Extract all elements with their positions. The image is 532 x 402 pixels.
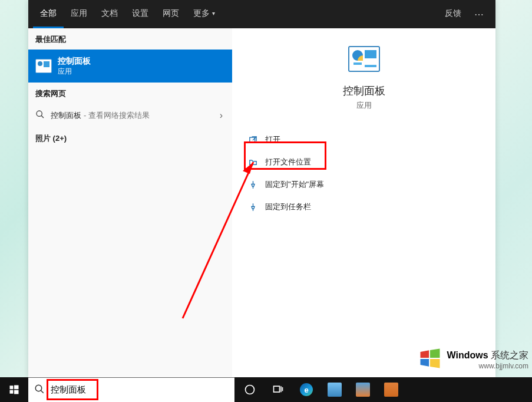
results-list: 最佳匹配 控制面板 应用 搜索网页 控制面板 - 查看网络搜索结果 › <box>28 28 232 377</box>
taskbar-app-1[interactable] <box>320 377 349 402</box>
taskbar-search-input[interactable] <box>51 378 234 402</box>
filter-tab-bar: 全部 应用 文档 设置 网页 更多 ▾ 反馈 ⋯ <box>28 0 495 28</box>
tab-settings[interactable]: 设置 <box>125 0 156 28</box>
watermark-url: www.bjjmlv.com <box>447 362 528 370</box>
tab-apps[interactable]: 应用 <box>64 0 94 28</box>
action-pin-taskbar[interactable]: 固定到任务栏 <box>244 196 484 218</box>
taskbar-app-3[interactable] <box>377 377 405 402</box>
svg-point-0 <box>37 111 42 116</box>
watermark-suffix: 系统之家 <box>491 350 528 360</box>
svg-line-1 <box>41 116 44 118</box>
overflow-menu-icon[interactable]: ⋯ <box>468 0 491 28</box>
best-match-result[interactable]: 控制面板 应用 <box>28 50 232 83</box>
tab-all[interactable]: 全部 <box>33 0 64 28</box>
action-open-location-label: 打开文件位置 <box>265 157 311 167</box>
taskbar-app-edge[interactable]: e <box>292 377 320 402</box>
svg-rect-2 <box>249 137 255 143</box>
svg-rect-12 <box>274 386 280 392</box>
search-icon <box>35 110 45 121</box>
watermark: Windows 系统之家 www.bjjmlv.com <box>417 345 528 374</box>
search-icon <box>34 384 45 397</box>
web-desc: - 查看网络搜索结果 <box>84 110 150 121</box>
section-photos: 照片 (2+) <box>28 127 232 149</box>
tab-web[interactable]: 网页 <box>156 0 186 28</box>
task-view-button[interactable] <box>264 377 292 402</box>
control-panel-icon <box>35 59 52 73</box>
svg-rect-7 <box>10 390 14 394</box>
svg-rect-5 <box>10 385 14 389</box>
action-open-location[interactable]: 打开文件位置 <box>244 151 484 173</box>
pin-icon <box>247 180 258 189</box>
svg-line-10 <box>41 390 44 393</box>
pin-icon <box>247 203 258 212</box>
taskbar-app-2[interactable] <box>349 377 377 402</box>
result-preview-pane: 控制面板 应用 打开 打开文件位置 <box>232 28 495 377</box>
actions-list: 打开 打开文件位置 固定到"开始"屏幕 <box>244 128 484 218</box>
tab-docs[interactable]: 文档 <box>94 0 125 28</box>
best-match-subtitle: 应用 <box>58 67 91 77</box>
section-search-web: 搜索网页 <box>28 83 232 104</box>
start-button[interactable] <box>0 377 28 402</box>
open-icon <box>247 136 258 144</box>
svg-point-11 <box>246 385 255 394</box>
chevron-down-icon: ▾ <box>212 10 215 17</box>
preview-title: 控制面板 <box>343 84 385 98</box>
action-open-label: 打开 <box>265 134 280 145</box>
taskbar: e <box>0 377 532 402</box>
watermark-brand: Windows <box>447 350 488 360</box>
svg-rect-8 <box>14 390 19 394</box>
preview-subtitle: 应用 <box>356 100 372 111</box>
tab-more[interactable]: 更多 ▾ <box>186 0 222 28</box>
action-open[interactable]: 打开 <box>244 128 484 151</box>
best-match-title: 控制面板 <box>58 56 91 67</box>
web-search-result[interactable]: 控制面板 - 查看网络搜索结果 › <box>28 104 232 127</box>
section-best-match: 最佳匹配 <box>28 28 232 50</box>
svg-point-9 <box>35 385 42 391</box>
watermark-logo-icon <box>417 345 443 374</box>
feedback-link[interactable]: 反馈 <box>438 0 468 28</box>
tab-more-label: 更多 <box>193 8 210 19</box>
web-term: 控制面板 <box>51 110 81 121</box>
taskbar-search-box[interactable] <box>28 377 234 402</box>
action-pin-start-label: 固定到"开始"屏幕 <box>265 179 324 190</box>
cortana-button[interactable] <box>236 377 264 402</box>
action-pin-taskbar-label: 固定到任务栏 <box>265 202 311 212</box>
search-results-panel: 全部 应用 文档 设置 网页 更多 ▾ 反馈 ⋯ 最佳匹配 控制面板 应用 搜索… <box>28 0 495 377</box>
control-panel-large-icon <box>348 46 380 72</box>
folder-icon <box>247 158 258 167</box>
svg-rect-6 <box>14 385 19 390</box>
chevron-right-icon: › <box>220 110 225 121</box>
action-pin-start[interactable]: 固定到"开始"屏幕 <box>244 173 484 196</box>
